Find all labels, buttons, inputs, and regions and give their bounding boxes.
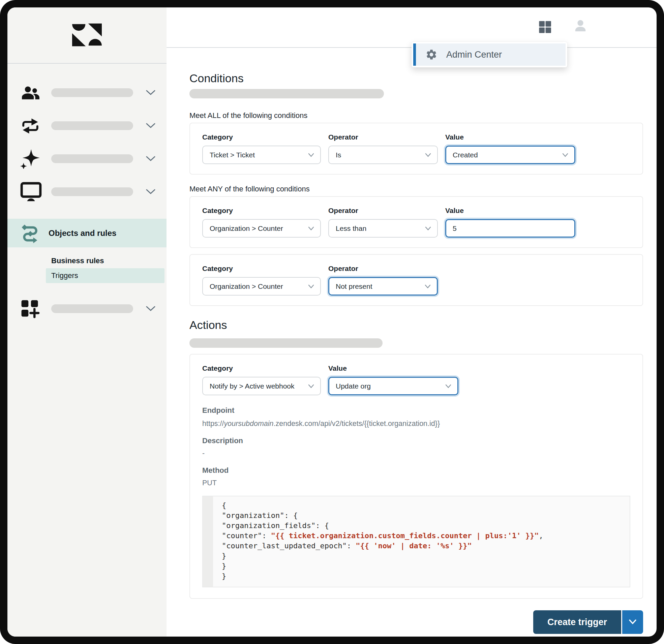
action-category-select[interactable]: Notify by > Active webhook (202, 377, 321, 395)
category-label: Category (202, 364, 321, 373)
operator-label: Operator (328, 206, 438, 215)
category-select[interactable]: Ticket > Ticket (202, 146, 321, 164)
description-label: Description (202, 436, 630, 445)
chevron-down-icon (145, 122, 157, 129)
chevron-down-icon (145, 305, 157, 312)
trigger-form: Conditions Meet ALL of the following con… (166, 48, 657, 637)
endpoint-label: Endpoint (202, 406, 630, 415)
method-label: Method (202, 466, 630, 475)
code-gutter (203, 496, 213, 587)
endpoint-url: https://yoursubdomain.zendesk.com/api/v2… (202, 419, 630, 428)
sidebar-item-people[interactable] (7, 81, 166, 105)
actions-title: Actions (189, 317, 643, 332)
admin-center-menu-item[interactable]: Admin Center (413, 43, 565, 66)
nav-label-placeholder (51, 187, 133, 196)
sparkles-icon (20, 149, 43, 169)
selected-value: Created (453, 151, 478, 159)
action-value-select[interactable]: Update org (328, 377, 458, 395)
app-grid-icon[interactable] (538, 20, 553, 34)
transfer-arrows-icon (20, 117, 43, 134)
create-trigger-split-button: Create trigger (533, 610, 643, 634)
operator-label: Operator (328, 133, 438, 142)
value-field: Value Update org (328, 364, 458, 395)
user-avatar-icon[interactable] (572, 18, 588, 34)
sidebar-subitem-business-rules[interactable]: Business rules (46, 253, 166, 268)
value-input[interactable]: 5 (445, 219, 575, 237)
value-select[interactable]: Created (445, 146, 575, 164)
selected-value: Less than (336, 225, 366, 232)
admin-center-label: Admin Center (446, 49, 502, 60)
category-label: Category (202, 206, 321, 215)
sidebar-item-apps[interactable] (7, 296, 166, 321)
flow-path-icon (19, 222, 42, 244)
form-footer: Create trigger (189, 610, 643, 634)
active-indicator-bar (413, 43, 416, 66)
request-body-json: {"organization": {"organization_fields":… (213, 496, 552, 587)
chevron-down-icon (145, 89, 157, 97)
sidebar-item-sparkles[interactable] (7, 147, 166, 171)
chevron-down-icon (145, 155, 157, 162)
category-field: Category Organization > Counter (202, 206, 321, 237)
conditions-title: Conditions (189, 71, 643, 86)
monitor-icon (20, 182, 43, 202)
sidebar: Objects and rules Business rules Trigger… (7, 7, 166, 637)
nav-label-placeholder (51, 154, 133, 163)
chevron-down-icon (628, 619, 638, 625)
value-label: Value (445, 206, 575, 215)
sidebar-item-channels[interactable] (7, 180, 166, 204)
operator-field: Operator Is (328, 133, 438, 164)
category-select[interactable]: Organization > Counter (202, 277, 321, 295)
device-frame: Objects and rules Business rules Trigger… (0, 0, 664, 644)
method-value: PUT (202, 478, 630, 487)
selected-value: Not present (336, 283, 372, 290)
endpoint-url-rest: .zendesk.com/api/v2/tickets/{{ticket.org… (274, 419, 440, 428)
create-trigger-button[interactable]: Create trigger (533, 610, 621, 634)
condition-card-any-1: Category Organization > Counter Operator… (189, 196, 643, 248)
app-window: Objects and rules Business rules Trigger… (7, 7, 657, 637)
value-label: Value (445, 133, 575, 142)
endpoint-url-prefix: https:// (202, 419, 224, 428)
top-bar (166, 7, 657, 48)
sidebar-nav: Objects and rules Business rules Trigger… (7, 64, 166, 330)
gear-icon (426, 48, 437, 61)
text-placeholder (189, 338, 382, 348)
selected-value: Update org (336, 382, 371, 390)
value-field: Value 5 (445, 206, 575, 237)
zendesk-logo-icon (71, 22, 103, 48)
category-field: Category Notify by > Active webhook (202, 364, 321, 395)
subitem-label: Triggers (51, 271, 78, 280)
operator-select[interactable]: Is (328, 146, 438, 164)
operator-select[interactable]: Not present (328, 277, 438, 295)
category-select[interactable]: Organization > Counter (202, 219, 321, 237)
category-field: Category Ticket > Ticket (202, 133, 321, 164)
selected-value: Notify by > Active webhook (210, 382, 295, 390)
category-label: Category (202, 264, 321, 273)
nav-label-placeholder (51, 88, 133, 97)
action-card: Category Notify by > Active webhook Valu… (189, 354, 643, 599)
endpoint-url-subdomain: yoursubdomain (224, 419, 274, 428)
nav-label-placeholder (51, 304, 133, 313)
selected-value: Organization > Counter (210, 283, 283, 290)
create-trigger-caret-button[interactable] (622, 610, 643, 634)
operator-select[interactable]: Less than (328, 219, 438, 237)
operator-field: Operator Not present (328, 264, 438, 295)
condition-card-any-2: Category Organization > Counter Operator… (189, 254, 643, 306)
operator-field: Operator Less than (328, 206, 438, 237)
people-icon (20, 85, 43, 100)
nav-label-placeholder (51, 121, 133, 130)
sidebar-subitem-triggers[interactable]: Triggers (46, 268, 165, 283)
subitem-label: Business rules (51, 256, 104, 265)
category-label: Category (202, 133, 321, 142)
apps-plus-icon (20, 299, 43, 318)
sidebar-item-objects-and-rules[interactable]: Objects and rules (7, 219, 166, 247)
selected-value: Is (336, 151, 341, 159)
selected-value: Organization > Counter (210, 225, 283, 232)
sidebar-logo-section (7, 7, 166, 64)
operator-label: Operator (328, 264, 438, 273)
condition-card-all: Category Ticket > Ticket Operator Is (189, 123, 643, 174)
input-value: 5 (453, 225, 457, 232)
meet-any-label: Meet ANY of the following conditions (189, 185, 643, 193)
sidebar-item-transfer[interactable] (7, 113, 166, 138)
chevron-down-icon (145, 188, 157, 195)
category-field: Category Organization > Counter (202, 264, 321, 295)
